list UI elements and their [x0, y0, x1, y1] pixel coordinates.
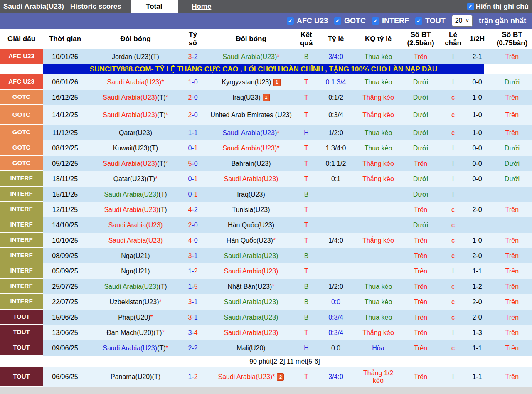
score: 3-1	[184, 310, 202, 325]
league-badge: GOTC	[0, 105, 43, 125]
away-team: Saudi Arabia(U23)*2	[202, 367, 300, 387]
handicap-result: Thắng kèo	[359, 90, 397, 105]
filter-bar: ✓AFC U23✓GOTC✓INTERF✓TOUT20∨trận gần nhấ…	[0, 13, 532, 29]
match-date: 12/11/25	[43, 202, 87, 217]
over-under-2-5: Trên	[397, 49, 444, 64]
checkbox-checked-icon[interactable]: ✓	[372, 17, 379, 25]
over-under-0-75: Trên	[492, 279, 532, 294]
handicap-result: Thắng kèo	[359, 105, 397, 125]
over-under-0-75: Trên	[492, 367, 532, 387]
show-notes-label: Hiển thị ghi chú	[476, 2, 529, 11]
match-row: GOTC16/12/25Saudi Arabia(U23)(T)*2-0Iraq…	[0, 90, 532, 105]
league-badge: TOUT	[0, 310, 43, 325]
tab-total[interactable]: Total	[131, 0, 178, 13]
odd-even: c	[444, 90, 462, 105]
checkbox-checked-icon[interactable]: ✓	[467, 3, 474, 10]
match-date: 15/06/25	[43, 310, 87, 325]
filter-tout[interactable]: ✓TOUT	[415, 17, 446, 25]
handicap-result: Thua kèo	[359, 140, 397, 156]
col-header-res: Kết quả	[300, 29, 313, 49]
away-team: Mali(U20)	[202, 340, 300, 356]
checkbox-checked-icon[interactable]: ✓	[287, 17, 294, 25]
handicap-result: Thắng 1/2 kèo	[359, 367, 397, 387]
show-notes-toggle[interactable]: ✓ Hiển thị ghi chú	[467, 0, 532, 13]
half-time-score: 0-0	[462, 156, 492, 171]
col-header-kq: KQ tỷ lệ	[359, 29, 397, 49]
away-team: Saudi Arabia(U23)*	[202, 140, 300, 156]
match-date: 09/06/25	[43, 340, 87, 356]
over-under-0-75: Dưới	[492, 156, 532, 171]
home-team: Saudi Arabia(U23)(T)*	[87, 340, 184, 356]
half-time-score: 1-0	[462, 125, 492, 140]
home-team: Jordan (U23)(T)	[87, 49, 184, 64]
result: B	[300, 49, 313, 64]
handicap-result	[359, 263, 397, 279]
half-time-score: 1-1	[462, 340, 492, 356]
odd-even: c	[444, 310, 462, 325]
odd-even: c	[444, 125, 462, 140]
over-under-2-5: Dưới	[397, 171, 444, 187]
match-date: 25/07/25	[43, 279, 87, 294]
away-team: Saudi Arabia(U23)*	[202, 125, 300, 140]
over-under-2-5: Trên	[397, 279, 444, 294]
home-team: Nga(U21)	[87, 263, 184, 279]
handicap-odds: 1/4:0	[313, 233, 359, 248]
league-badge: INTERF	[0, 171, 43, 187]
over-under-0-75: Trên	[492, 263, 532, 279]
handicap-result	[359, 187, 397, 202]
score: 3-4	[184, 325, 202, 340]
league-badge: INTERF	[0, 187, 43, 202]
match-row: INTERF22/07/25Uzbekistan(U23)*3-1Saudi A…	[0, 294, 532, 310]
match-date: 14/12/25	[43, 105, 87, 125]
over-under-2-5: Dưới	[397, 187, 444, 202]
over-under-0-75: Trên	[492, 202, 532, 217]
tabs: TotalHome	[131, 0, 225, 13]
title-bar: Saudi Arabia(U23) - Historic scores Tota…	[0, 0, 532, 13]
away-team: Iraq(U23)	[202, 187, 300, 202]
handicap-odds: 0:1/2	[313, 90, 359, 105]
tab-home[interactable]: Home	[178, 0, 225, 13]
match-date: 05/12/25	[43, 156, 87, 171]
home-team: Đan Mạch(U20)(T)*	[87, 325, 184, 340]
note-ref-icon: 1	[263, 94, 270, 101]
score: 3-2	[184, 49, 202, 64]
over-under-0-75: Trên	[492, 105, 532, 125]
home-team: Panama(U20)(T)	[87, 367, 184, 387]
handicap-result: Thua kèo	[359, 279, 397, 294]
handicap-odds	[313, 187, 359, 202]
checkbox-checked-icon[interactable]: ✓	[415, 17, 422, 25]
half-time-score	[462, 187, 492, 202]
match-row: INTERF08/09/25Nga(U21)3-1Saudi Arabia(U2…	[0, 248, 532, 263]
score: 1-5	[184, 279, 202, 294]
match-count-select[interactable]: 20∨	[452, 15, 473, 27]
ad-banner[interactable]: SUNCITY888.COM- TỶ LỆ THẮNG CỰC CAO , LỐ…	[43, 64, 484, 74]
chevron-down-icon: ∨	[465, 17, 469, 23]
result: T	[300, 217, 313, 233]
league-badge: INTERF	[0, 217, 43, 233]
match-date: 13/06/25	[43, 325, 87, 340]
filter-afc-u23[interactable]: ✓AFC U23	[287, 17, 328, 25]
away-team: Tunisia(U23)	[202, 202, 300, 217]
match-date: 05/09/25	[43, 263, 87, 279]
score: 0-1	[184, 187, 202, 202]
over-under-2-5: Trên	[397, 367, 444, 387]
result: B	[300, 279, 313, 294]
handicap-odds: 0:3/4	[313, 325, 359, 340]
handicap-odds: 0:0	[313, 294, 359, 310]
home-team: Saudi Arabia(U23)	[87, 217, 184, 233]
col-header-date: Thời gian	[43, 29, 87, 49]
handicap-odds: 0:1 1/2	[313, 156, 359, 171]
odd-even: c	[444, 279, 462, 294]
over-under-2-5: Trên	[397, 294, 444, 310]
col-header-odds: Tỷ lệ	[313, 29, 359, 49]
match-row: GOTC14/12/25Saudi Arabia(U23)(T)*2-0Unit…	[0, 105, 532, 125]
league-badge: INTERF	[0, 248, 43, 263]
match-date: 15/11/25	[43, 187, 87, 202]
over-under-2-5: Trên	[397, 248, 444, 263]
checkbox-checked-icon[interactable]: ✓	[334, 17, 341, 25]
filter-interf[interactable]: ✓INTERF	[372, 17, 409, 25]
over-under-2-5: Dưới	[397, 74, 444, 90]
handicap-result: Thắng kèo	[359, 325, 397, 340]
result: B	[300, 248, 313, 263]
filter-gotc[interactable]: ✓GOTC	[334, 17, 366, 25]
